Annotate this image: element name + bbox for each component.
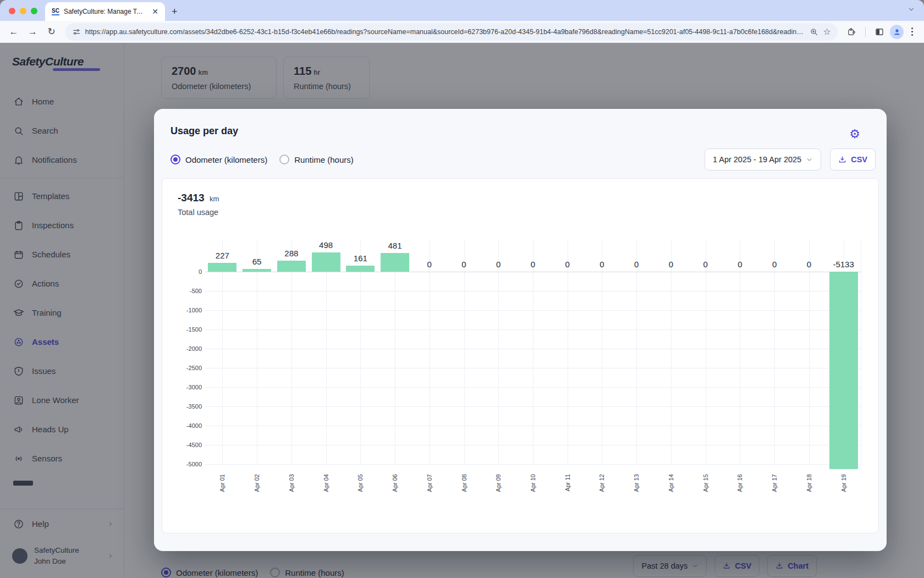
bar-value-label: 0 <box>652 260 690 269</box>
gridline-vertical <box>636 240 637 464</box>
y-tick-label: -2000 <box>178 345 202 352</box>
side-panel-icon[interactable] <box>871 23 888 41</box>
gridline-horizontal <box>205 272 861 272</box>
y-tick-label: 0 <box>178 268 202 275</box>
tab-search-chevron-icon[interactable] <box>908 5 915 13</box>
browser-toolbar: ← → ↻ https://app.au.safetyculture.com/a… <box>0 21 924 43</box>
gridline-vertical <box>360 240 361 464</box>
x-tick-label: Apr 10 <box>530 474 536 505</box>
x-tick-label: Apr 07 <box>426 474 433 505</box>
gridline-horizontal <box>205 387 861 388</box>
radio-label: Runtime (hours) <box>294 155 354 164</box>
x-tick-label: Apr 08 <box>461 474 468 505</box>
radio-label: Odometer (kilometers) <box>185 155 267 164</box>
bar <box>829 272 858 469</box>
gridline-horizontal <box>205 310 861 311</box>
close-window-button[interactable] <box>9 8 15 14</box>
usage-per-day-modal: Usage per day ⚙ Odometer (kilometers) Ru… <box>154 109 887 551</box>
back-button[interactable]: ← <box>6 23 22 41</box>
address-bar[interactable]: https://app.au.safetyculture.com/assets/… <box>65 23 838 41</box>
forward-button[interactable]: → <box>24 23 41 41</box>
gridline-horizontal <box>205 426 861 426</box>
page-viewport: SafetyCulture Home Search Notifications <box>0 43 924 578</box>
gridline-horizontal <box>205 291 861 291</box>
bar-value-label: 0 <box>617 260 656 269</box>
gridline-vertical <box>861 240 861 464</box>
gridline-vertical <box>706 240 706 464</box>
csv-download-button[interactable]: CSV <box>830 148 876 170</box>
date-range-picker[interactable]: 1 Apr 2025 - 19 Apr 2025 <box>705 148 821 170</box>
gridline-vertical <box>774 240 775 464</box>
y-tick-label: -3000 <box>178 384 202 390</box>
bar <box>346 266 375 272</box>
bar-value-label: 0 <box>790 260 828 269</box>
gridline-vertical <box>498 240 499 464</box>
zoom-page-icon[interactable] <box>810 27 818 36</box>
gridline-vertical <box>533 240 534 464</box>
gridline-vertical <box>395 240 395 464</box>
browser-menu-icon[interactable] <box>906 27 919 36</box>
reload-button[interactable]: ↻ <box>43 23 59 41</box>
gridline-vertical <box>809 240 810 464</box>
download-icon <box>838 156 846 164</box>
tab-strip: SC SafetyCulture: Manage Teams and... ✕ … <box>0 0 924 21</box>
gridline-vertical <box>292 240 292 464</box>
extensions-icon[interactable] <box>843 23 860 41</box>
browser-tab[interactable]: SC SafetyCulture: Manage Teams and... ✕ <box>45 2 165 21</box>
toolbar-separator <box>865 27 866 37</box>
bar-value-label: -5133 <box>824 260 863 269</box>
bar-value-label: 0 <box>755 260 794 269</box>
tab-close-icon[interactable]: ✕ <box>150 7 161 16</box>
bookmark-star-icon[interactable]: ☆ <box>823 26 831 37</box>
y-tick-label: -1000 <box>178 307 202 313</box>
zoom-window-button[interactable] <box>31 8 37 14</box>
bar-value-label: 0 <box>410 260 449 269</box>
y-tick-label: -500 <box>178 288 202 294</box>
radio-selected-icon <box>170 155 180 164</box>
bar <box>312 252 340 272</box>
gridline-horizontal <box>205 329 861 330</box>
bar-value-label: 161 <box>341 254 380 263</box>
y-tick-label: -2500 <box>178 365 202 371</box>
settings-gear-icon[interactable]: ⚙ <box>849 129 860 140</box>
tab-title: SafetyCulture: Manage Teams and... <box>64 8 145 15</box>
gridline-horizontal <box>205 464 861 465</box>
minimize-window-button[interactable] <box>20 8 26 14</box>
x-tick-label: Apr 15 <box>702 474 709 505</box>
radio-odometer[interactable]: Odometer (kilometers) <box>170 155 267 164</box>
modal-title: Usage per day <box>170 125 238 137</box>
browser-window: SC SafetyCulture: Manage Teams and... ✕ … <box>0 0 924 578</box>
date-range-label: 1 Apr 2025 - 19 Apr 2025 <box>713 155 801 164</box>
total-usage-unit: km <box>210 195 219 203</box>
x-tick-label: Apr 17 <box>771 474 778 505</box>
radio-unselected-icon <box>279 155 289 164</box>
profile-avatar-icon[interactable] <box>890 25 904 39</box>
gridline-vertical <box>222 240 223 464</box>
bar-value-label: 0 <box>548 260 587 269</box>
gridline-vertical <box>671 240 672 464</box>
radio-runtime[interactable]: Runtime (hours) <box>279 155 354 164</box>
site-settings-icon[interactable] <box>72 27 81 36</box>
bar-value-label: 0 <box>479 260 518 269</box>
bar-value-label: 288 <box>272 249 311 258</box>
bar-value-label: 0 <box>445 260 483 269</box>
x-tick-label: Apr 02 <box>254 474 260 505</box>
y-tick-label: -4500 <box>178 442 202 448</box>
x-tick-label: Apr 09 <box>495 474 502 505</box>
bar-value-label: 0 <box>686 260 725 269</box>
bar-value-label: 0 <box>582 260 621 269</box>
safetyculture-favicon: SC <box>52 8 59 15</box>
bar <box>277 261 306 272</box>
y-tick-label: -1500 <box>178 326 202 333</box>
gridline-vertical <box>326 240 327 464</box>
new-tab-button[interactable]: + <box>165 6 184 21</box>
bar-value-label: 227 <box>203 251 241 260</box>
gridline-vertical <box>740 240 740 464</box>
x-tick-label: Apr 19 <box>840 474 847 505</box>
total-usage-value: -3413 <box>178 192 205 203</box>
gridline-horizontal <box>205 406 861 407</box>
y-tick-label: -5000 <box>178 461 202 467</box>
usage-bar-chart: 0-500-1000-1500-2000-2500-3000-3500-4000… <box>178 220 863 514</box>
y-tick-label: -4000 <box>178 422 202 429</box>
x-tick-label: Apr 11 <box>564 474 571 505</box>
